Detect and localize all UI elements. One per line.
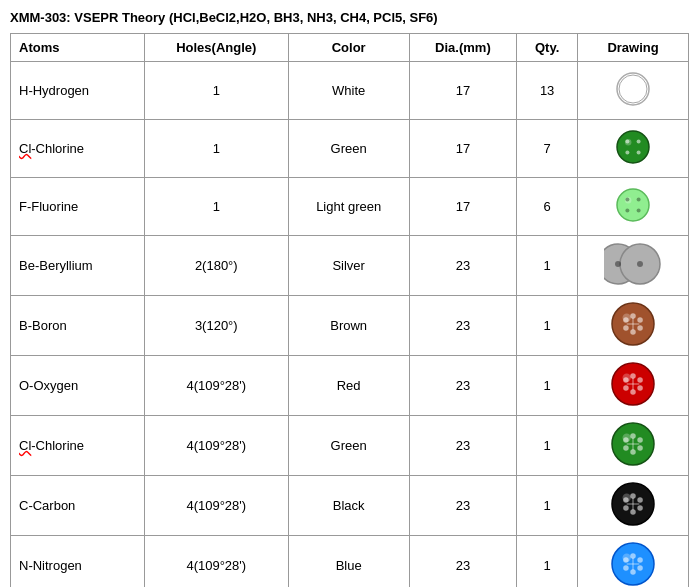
svg-point-25 bbox=[623, 325, 629, 331]
table-row: N-Nitrogen4(109°28')Blue231 bbox=[11, 536, 689, 588]
col-header-holesangle: Holes(Angle) bbox=[144, 34, 288, 62]
atom-drawing bbox=[616, 188, 650, 222]
svg-point-0 bbox=[617, 73, 649, 105]
holes-angle: 4(109°28') bbox=[144, 536, 288, 588]
svg-point-9 bbox=[617, 189, 649, 221]
atom-name: H-Hydrogen bbox=[11, 62, 145, 120]
atom-name: Cl-Chlorine bbox=[11, 120, 145, 178]
atom-drawing bbox=[616, 130, 650, 164]
diameter: 17 bbox=[409, 178, 516, 236]
color-name: Silver bbox=[288, 236, 409, 296]
svg-point-56 bbox=[623, 497, 629, 503]
atom-name: C-Carbon bbox=[11, 476, 145, 536]
color-name: Red bbox=[288, 356, 409, 416]
svg-point-8 bbox=[637, 151, 641, 155]
table-row: Cl-Chlorine4(109°28')Green231 bbox=[11, 416, 689, 476]
svg-point-32 bbox=[637, 377, 643, 383]
svg-point-3 bbox=[617, 131, 649, 163]
diameter: 23 bbox=[409, 296, 516, 356]
drawing-cell bbox=[578, 476, 689, 536]
holes-angle: 4(109°28') bbox=[144, 476, 288, 536]
quantity: 7 bbox=[517, 120, 578, 178]
diameter: 23 bbox=[409, 356, 516, 416]
drawing-cell bbox=[578, 536, 689, 588]
col-header-color: Color bbox=[288, 34, 409, 62]
svg-point-5 bbox=[625, 139, 629, 143]
holes-angle: 1 bbox=[144, 178, 288, 236]
atom-name: Be-Beryllium bbox=[11, 236, 145, 296]
quantity: 13 bbox=[517, 62, 578, 120]
svg-point-45 bbox=[623, 445, 629, 451]
svg-point-6 bbox=[637, 139, 641, 143]
color-name: White bbox=[288, 62, 409, 120]
atom-name: B-Boron bbox=[11, 296, 145, 356]
drawing-cell bbox=[578, 296, 689, 356]
svg-point-17 bbox=[615, 261, 621, 267]
quantity: 1 bbox=[517, 356, 578, 416]
drawing-cell bbox=[578, 236, 689, 296]
table-row: F-Fluorine1Light green176 bbox=[11, 178, 689, 236]
atom-drawing bbox=[604, 242, 662, 286]
atom-drawing bbox=[611, 422, 655, 466]
holes-angle: 1 bbox=[144, 120, 288, 178]
diameter: 23 bbox=[409, 476, 516, 536]
holes-angle: 3(120°) bbox=[144, 296, 288, 356]
atom-name: Cl-Chlorine bbox=[11, 416, 145, 476]
quantity: 1 bbox=[517, 236, 578, 296]
main-table: AtomsHoles(Angle)ColorDia.(mm)Qty.Drawin… bbox=[10, 33, 689, 587]
svg-point-14 bbox=[637, 209, 641, 213]
svg-point-63 bbox=[637, 565, 643, 571]
svg-point-7 bbox=[625, 151, 629, 155]
page-title: XMM-303: VSEPR Theory (HCl,BeCl2,H2O, BH… bbox=[10, 10, 689, 25]
drawing-cell bbox=[578, 178, 689, 236]
drawing-cell bbox=[578, 416, 689, 476]
color-name: Black bbox=[288, 476, 409, 536]
atom-drawing bbox=[611, 362, 655, 406]
atom-name: F-Fluorine bbox=[11, 178, 145, 236]
svg-point-65 bbox=[623, 565, 629, 571]
color-name: Green bbox=[288, 416, 409, 476]
svg-point-36 bbox=[623, 377, 629, 383]
quantity: 6 bbox=[517, 178, 578, 236]
diameter: 23 bbox=[409, 416, 516, 476]
svg-point-1 bbox=[625, 81, 631, 87]
svg-point-43 bbox=[637, 445, 643, 451]
diameter: 23 bbox=[409, 536, 516, 588]
atom-drawing bbox=[611, 302, 655, 346]
svg-point-53 bbox=[637, 505, 643, 511]
color-name: Green bbox=[288, 120, 409, 178]
svg-point-33 bbox=[637, 385, 643, 391]
quantity: 1 bbox=[517, 476, 578, 536]
quantity: 1 bbox=[517, 296, 578, 356]
atom-name: O-Oxygen bbox=[11, 356, 145, 416]
svg-point-42 bbox=[637, 437, 643, 443]
svg-point-18 bbox=[637, 261, 643, 267]
table-row: Cl-Chlorine1Green177 bbox=[11, 120, 689, 178]
svg-point-55 bbox=[623, 505, 629, 511]
diameter: 23 bbox=[409, 236, 516, 296]
svg-point-62 bbox=[637, 557, 643, 563]
diameter: 17 bbox=[409, 62, 516, 120]
atom-drawing bbox=[616, 72, 650, 106]
table-row: B-Boron3(120°)Brown231 bbox=[11, 296, 689, 356]
color-name: Brown bbox=[288, 296, 409, 356]
svg-point-66 bbox=[623, 557, 629, 563]
color-name: Light green bbox=[288, 178, 409, 236]
svg-point-23 bbox=[637, 325, 643, 331]
holes-angle: 1 bbox=[144, 62, 288, 120]
color-name: Blue bbox=[288, 536, 409, 588]
table-row: O-Oxygen4(109°28')Red231 bbox=[11, 356, 689, 416]
svg-point-35 bbox=[623, 385, 629, 391]
holes-angle: 2(180°) bbox=[144, 236, 288, 296]
svg-point-22 bbox=[637, 317, 643, 323]
col-header-atoms: Atoms bbox=[11, 34, 145, 62]
svg-point-13 bbox=[625, 209, 629, 213]
col-header-drawing: Drawing bbox=[578, 34, 689, 62]
svg-point-46 bbox=[623, 437, 629, 443]
atom-name: N-Nitrogen bbox=[11, 536, 145, 588]
svg-point-26 bbox=[623, 317, 629, 323]
drawing-cell bbox=[578, 62, 689, 120]
svg-point-12 bbox=[637, 197, 641, 201]
svg-point-11 bbox=[625, 197, 629, 201]
holes-angle: 4(109°28') bbox=[144, 416, 288, 476]
